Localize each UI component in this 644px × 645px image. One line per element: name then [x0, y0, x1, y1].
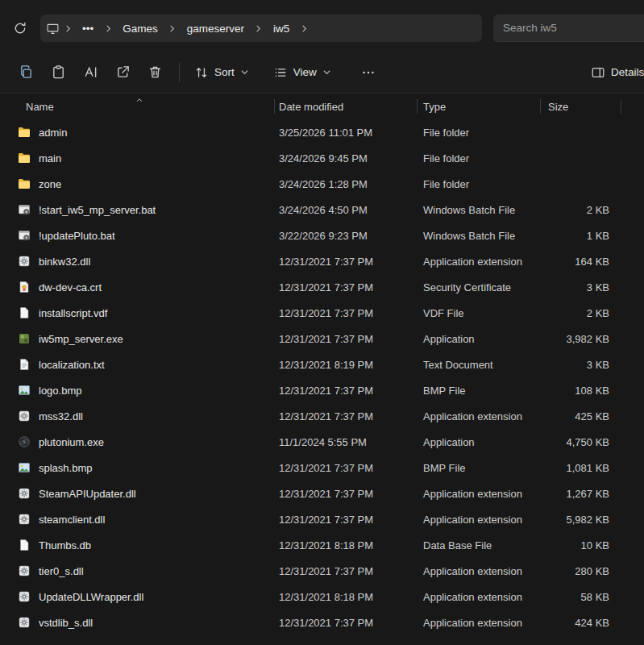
refresh-button[interactable]: [8, 16, 32, 40]
file-size: 3 KB: [540, 281, 621, 293]
toolbar-divider: [179, 63, 180, 82]
chevron-right-icon[interactable]: [165, 19, 180, 37]
table-row[interactable]: zone 3/24/2026 1:28 PM File folder: [0, 171, 644, 197]
file-date-modified: 12/31/2021 7:37 PM: [274, 514, 417, 526]
column-divider[interactable]: [417, 99, 418, 114]
table-row[interactable]: logo.bmp 12/31/2021 7:37 PM BMP File 108…: [0, 377, 644, 403]
file-icon: [18, 306, 31, 319]
delete-icon: [147, 64, 163, 80]
chevron-right-icon[interactable]: [101, 19, 115, 37]
breadcrumb-iw5[interactable]: iw5: [267, 19, 296, 38]
file-name: iw5mp_server.exe: [39, 333, 123, 345]
column-header-type[interactable]: Type: [417, 94, 540, 119]
navigation-bar: ••• Games gameserver iw5: [0, 0, 644, 52]
file-type: Application extension: [417, 410, 540, 422]
file-type: File folder: [417, 127, 540, 139]
file-size: 1,081 KB: [540, 462, 621, 474]
sort-label: Sort: [214, 66, 235, 78]
table-row[interactable]: mss32.dll 12/31/2021 7:37 PM Application…: [0, 403, 644, 429]
text-icon: [18, 358, 31, 371]
file-name: !updatePluto.bat: [39, 230, 115, 242]
table-row[interactable]: UpdateDLLWrapper.dll 12/31/2021 8:18 PM …: [0, 584, 644, 610]
details-button[interactable]: Details: [584, 58, 644, 87]
view-button[interactable]: View: [267, 58, 338, 87]
column-header-size-label: Size: [548, 101, 568, 113]
file-name-cell: SteamAPIUpdater.dll: [0, 487, 274, 500]
file-name-cell: Thumbs.db: [0, 539, 274, 551]
chevron-right-icon[interactable]: [297, 19, 311, 37]
this-pc-icon: [45, 19, 60, 37]
column-header-name-label: Name: [26, 101, 54, 113]
image-icon: [18, 461, 31, 474]
table-row[interactable]: tier0_s.dll 12/31/2021 7:37 PM Applicati…: [0, 558, 644, 584]
file-date-modified: 12/31/2021 8:19 PM: [274, 359, 417, 371]
dll-icon: [18, 564, 31, 577]
table-row[interactable]: admin 3/25/2026 11:01 PM File folder: [0, 119, 644, 145]
share-button[interactable]: [106, 58, 139, 87]
certificate-icon: [18, 281, 31, 293]
table-row[interactable]: splash.bmp 12/31/2021 7:37 PM BMP File 1…: [0, 455, 644, 481]
table-row[interactable]: installscript.vdf 12/31/2021 7:37 PM VDF…: [0, 300, 644, 326]
chevron-right-icon[interactable]: [251, 19, 266, 37]
file-name-cell: steamclient.dll: [0, 513, 274, 526]
file-name: UpdateDLLWrapper.dll: [39, 591, 143, 603]
file-name: mss32.dll: [39, 410, 83, 422]
file-size: 2 KB: [540, 204, 621, 216]
sort-button[interactable]: Sort: [188, 58, 256, 87]
batch-icon: [18, 203, 31, 216]
table-row[interactable]: localization.txt 12/31/2021 8:19 PM Text…: [0, 352, 644, 377]
column-divider[interactable]: [621, 99, 621, 114]
file-type: Application: [417, 436, 540, 448]
table-row[interactable]: plutonium.exe 11/1/2024 5:55 PM Applicat…: [0, 429, 644, 455]
file-name: zone: [39, 178, 61, 190]
table-row[interactable]: main 3/24/2026 9:45 PM File folder: [0, 145, 644, 171]
copy-button[interactable]: [10, 58, 42, 87]
delete-button[interactable]: [139, 58, 171, 87]
table-row[interactable]: vstdlib_s.dll 12/31/2021 7:37 PM Applica…: [0, 610, 644, 635]
copy-icon: [19, 64, 34, 80]
table-row[interactable]: steamclient.dll 12/31/2021 7:37 PM Appli…: [0, 506, 644, 532]
file-name: vstdlib_s.dll: [39, 617, 93, 629]
file-name-cell: binkw32.dll: [0, 255, 274, 268]
file-type: Application extension: [417, 591, 540, 603]
column-header-size[interactable]: Size: [540, 94, 621, 119]
table-row[interactable]: iw5mp_server.exe 12/31/2021 7:37 PM Appl…: [0, 326, 644, 352]
search-input[interactable]: [493, 22, 644, 34]
file-type: Application extension: [417, 565, 540, 577]
chevron-right-icon[interactable]: [60, 19, 75, 37]
column-divider[interactable]: [274, 99, 275, 114]
file-date-modified: 12/31/2021 8:18 PM: [274, 539, 417, 551]
table-row[interactable]: dw-dev-ca.crt 12/31/2021 7:37 PM Securit…: [0, 274, 644, 300]
search-box: [493, 15, 644, 42]
file-icon: [18, 539, 31, 551]
folder-icon: [18, 177, 31, 190]
column-header-name[interactable]: Name: [0, 94, 274, 119]
paste-icon: [51, 64, 66, 80]
more-options-button[interactable]: [352, 58, 384, 87]
table-row[interactable]: Thumbs.db 12/31/2021 8:18 PM Data Base F…: [0, 532, 644, 558]
rename-button[interactable]: [74, 58, 106, 87]
table-row[interactable]: binkw32.dll 12/31/2021 7:37 PM Applicati…: [0, 248, 644, 274]
file-name: binkw32.dll: [39, 256, 90, 268]
column-header-date-modified[interactable]: Date modified: [274, 94, 417, 119]
refresh-icon: [13, 21, 27, 35]
file-name: splash.bmp: [39, 462, 92, 474]
file-type: Windows Batch File: [417, 204, 540, 216]
file-date-modified: 3/24/2026 4:50 PM: [274, 204, 417, 216]
file-date-modified: 12/31/2021 7:37 PM: [274, 565, 417, 577]
file-name-cell: tier0_s.dll: [0, 564, 274, 577]
table-row[interactable]: !start_iw5_mp_server.bat 3/24/2026 4:50 …: [0, 197, 644, 223]
dll-icon: [18, 513, 31, 526]
table-row[interactable]: !updatePluto.bat 3/22/2026 9:23 PM Windo…: [0, 223, 644, 248]
paste-button[interactable]: [42, 58, 74, 87]
breadcrumb-games[interactable]: Games: [116, 19, 164, 38]
address-bar[interactable]: ••• Games gameserver iw5: [40, 15, 482, 42]
breadcrumb-gameserver[interactable]: gameserver: [181, 19, 251, 38]
file-name: main: [39, 152, 61, 164]
column-divider[interactable]: [540, 99, 541, 114]
table-row[interactable]: SteamAPIUpdater.dll 12/31/2021 7:37 PM A…: [0, 481, 644, 506]
view-label: View: [293, 66, 317, 78]
file-name-cell: !updatePluto.bat: [0, 229, 274, 242]
breadcrumb-overflow[interactable]: •••: [76, 19, 100, 38]
file-size: 3,982 KB: [540, 333, 621, 345]
